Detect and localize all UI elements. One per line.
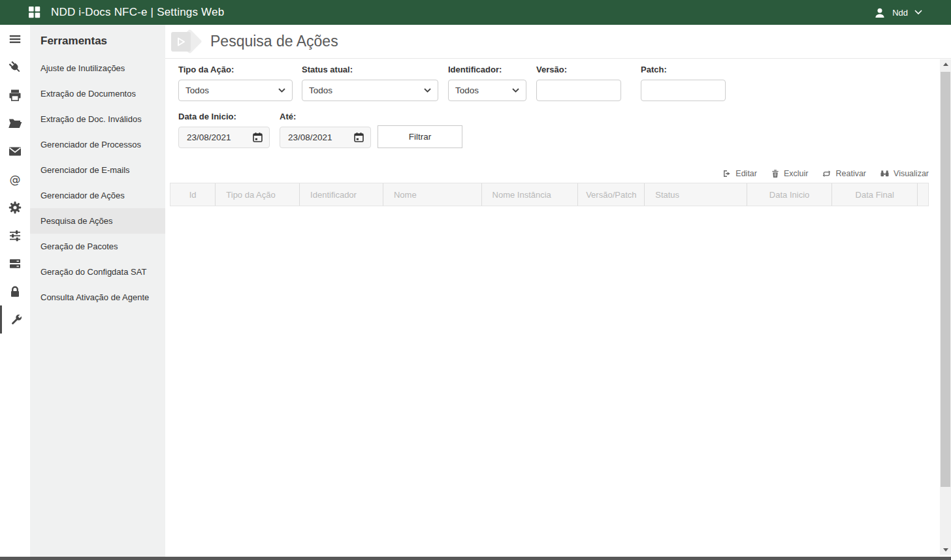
repeat-icon	[822, 169, 831, 178]
patch-label: Patch:	[641, 65, 726, 74]
column-header-identificador[interactable]: Identificador	[300, 183, 383, 206]
data-de-inicio-value: 23/08/2021	[187, 132, 231, 142]
at-sign-icon[interactable]: @	[0, 165, 30, 193]
user-menu[interactable]: Ndd	[874, 0, 922, 25]
vertical-scrollbar[interactable]	[940, 59, 951, 555]
user-name: Ndd	[892, 8, 908, 18]
filters-panel: Tipo da Ação: Todos Status atual: Todos …	[165, 59, 951, 148]
app-header: NDD i-Docs NFC-e | Settings Web Ndd	[0, 0, 951, 25]
page-titlebar: Pesquisa de Ações	[165, 25, 951, 59]
sidebar-item-extracao-doc-invalidos[interactable]: Extração de Doc. Inválidos	[30, 106, 165, 132]
play-icon	[176, 37, 185, 46]
edit-icon	[722, 169, 732, 178]
sliders-icon[interactable]	[0, 221, 30, 249]
sidebar-item-gerenciador-processos[interactable]: Gerenciador de Processos	[30, 132, 165, 157]
results-table-header: Id Tipo da Ação Identificador Nome Nome …	[170, 183, 929, 206]
ate-label: Até:	[280, 112, 371, 121]
folder-open-icon[interactable]	[0, 109, 30, 137]
sidebar-item-gerenciador-emails[interactable]: Gerenciador de E-mails	[30, 157, 165, 183]
column-header-id[interactable]: Id	[170, 183, 216, 206]
servers-icon[interactable]	[0, 249, 30, 277]
menu-icon[interactable]	[0, 25, 30, 53]
filter-row-2: Data de Inicio: 23/08/2021 Até: 23/08/20…	[178, 112, 951, 148]
versao-label: Versão:	[536, 65, 621, 74]
status-atual-label: Status atual:	[302, 65, 438, 74]
tipo-da-acao-value: Todos	[185, 86, 209, 95]
lock-icon[interactable]	[0, 277, 30, 305]
ate-value: 23/08/2021	[288, 132, 332, 142]
trash-icon	[771, 169, 780, 178]
identificador-select[interactable]: Todos	[448, 80, 526, 101]
scroll-down-arrow-icon[interactable]	[940, 545, 951, 555]
column-header-nome-instancia[interactable]: Nome Instância	[482, 183, 579, 206]
ate-input[interactable]: 23/08/2021	[280, 127, 371, 148]
grid-actions: Editar Excluir Reativar Visualizar	[165, 169, 929, 178]
excluir-button[interactable]: Excluir	[771, 169, 809, 178]
app-grid-logo-icon[interactable]	[29, 7, 40, 18]
icon-sidebar: @	[0, 25, 30, 557]
select-chevron-icon	[278, 88, 285, 93]
editar-button[interactable]: Editar	[722, 169, 757, 178]
app-screen: NDD i-Docs NFC-e | Settings Web Ndd	[0, 0, 951, 560]
tools-sidebar: Ferramentas Ajuste de Inutilizações Extr…	[30, 25, 165, 557]
scrollbar-thumb[interactable]	[941, 72, 950, 487]
binoculars-icon	[880, 169, 890, 178]
patch-input[interactable]	[641, 80, 726, 101]
tipo-da-acao-select[interactable]: Todos	[178, 80, 293, 101]
status-atual-value: Todos	[309, 86, 332, 95]
reativar-button[interactable]: Reativar	[822, 169, 866, 178]
filtrar-button[interactable]: Filtrar	[378, 125, 462, 148]
svg-text:@: @	[10, 172, 21, 185]
table-header-filler	[918, 183, 928, 206]
column-header-data-inicio[interactable]: Data Inicio	[747, 183, 833, 206]
sidebar-item-gerenciador-acoes[interactable]: Gerenciador de Ações	[30, 183, 165, 208]
data-de-inicio-input[interactable]: 23/08/2021	[178, 127, 270, 148]
chevron-down-icon	[914, 10, 922, 15]
page-title: Pesquisa de Ações	[210, 33, 338, 50]
sidebar-item-consulta-ativacao-agente[interactable]: Consulta Ativação de Agente	[30, 285, 165, 310]
results-table-body	[165, 206, 951, 520]
visualizar-button[interactable]: Visualizar	[880, 169, 929, 178]
sidebar-item-ajuste-inutilizacoes[interactable]: Ajuste de Inutilizações	[30, 55, 165, 81]
column-header-data-final[interactable]: Data Final	[832, 183, 918, 206]
sidebar-item-extracao-documentos[interactable]: Extração de Documentos	[30, 81, 165, 106]
filter-row-1: Tipo da Ação: Todos Status atual: Todos …	[178, 65, 951, 101]
identificador-label: Identificador:	[448, 65, 526, 74]
sidebar-heading: Ferramentas	[30, 25, 165, 55]
printer-icon[interactable]	[0, 81, 30, 109]
main-content: Pesquisa de Ações Tipo da Ação: Todos St…	[165, 25, 951, 557]
calendar-icon	[252, 132, 263, 143]
app-title: NDD i-Docs NFC-e | Settings Web	[51, 6, 224, 19]
data-de-inicio-label: Data de Inicio:	[178, 112, 270, 121]
column-header-tipo-da-acao[interactable]: Tipo da Ação	[216, 183, 300, 206]
calendar-icon	[353, 132, 364, 143]
sidebar-item-geracao-pacotes[interactable]: Geração de Pacotes	[30, 234, 165, 259]
identificador-value: Todos	[455, 86, 479, 95]
gear-icon[interactable]	[0, 193, 30, 221]
sidebar-item-pesquisa-acoes[interactable]: Pesquisa de Ações	[30, 208, 165, 234]
user-icon	[874, 7, 886, 18]
column-header-status[interactable]: Status	[645, 183, 747, 206]
column-header-nome[interactable]: Nome	[383, 183, 482, 206]
plug-icon[interactable]	[0, 53, 30, 81]
column-header-versao-patch[interactable]: Versão/Patch	[578, 183, 645, 206]
page-title-icon	[171, 30, 205, 54]
status-atual-select[interactable]: Todos	[302, 80, 438, 101]
bottom-edge-bar	[0, 557, 951, 560]
scroll-up-arrow-icon[interactable]	[940, 59, 951, 69]
sidebar-item-geracao-configdata-sat[interactable]: Geração do Configdata SAT	[30, 259, 165, 285]
tipo-da-acao-label: Tipo da Ação:	[178, 65, 293, 74]
wrench-icon[interactable]	[0, 305, 30, 334]
select-chevron-icon	[424, 88, 431, 93]
envelope-icon[interactable]	[0, 137, 30, 165]
select-chevron-icon	[512, 88, 519, 93]
versao-input[interactable]	[536, 80, 621, 101]
